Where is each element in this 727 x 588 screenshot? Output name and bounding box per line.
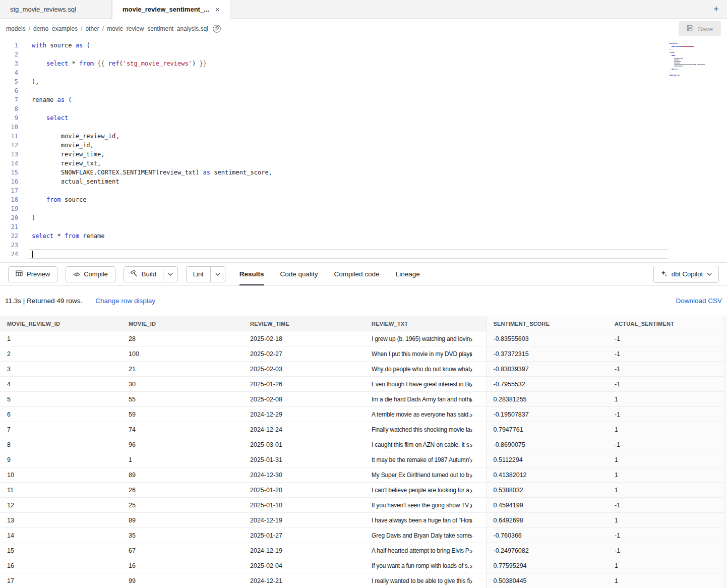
movie-review-id-cell: 3 (0, 362, 122, 377)
code-line[interactable]: 4 (0, 68, 727, 77)
code-line[interactable]: 5), (0, 77, 727, 86)
review-txt-value: I can't believe people are looking for a… (372, 487, 472, 494)
review-txt-cell: My Super Ex Girlfriend turned out to b…› (365, 467, 486, 483)
change-row-display-link[interactable]: Change row display (95, 297, 155, 305)
expand-cell-icon[interactable]: › (470, 546, 473, 555)
save-button[interactable]: Save (679, 21, 721, 36)
review-txt-value: Even though I have great interest in Bi… (372, 381, 472, 388)
review-time-cell: 2025-02-18 (243, 331, 365, 346)
code-line[interactable]: 1with source as ( (0, 41, 727, 50)
download-csv-link[interactable]: Download CSV (676, 297, 722, 305)
actual-sentiment-cell: -1 (608, 437, 727, 452)
code-line[interactable]: 16 actual_sentiment (0, 177, 727, 186)
tab-label: stg_movie_reviews.sql (10, 6, 76, 13)
code-line[interactable]: 14 review_txt, (0, 159, 727, 168)
code-line-text: with source as ( (18, 41, 727, 50)
code-line[interactable]: 21 (0, 222, 727, 231)
expand-cell-icon[interactable]: › (470, 516, 473, 524)
expand-cell-icon[interactable]: › (470, 561, 473, 570)
table-row: 17992024-12-21I really wanted to be able… (0, 573, 727, 588)
review-txt-cell: Greg Davis and Bryan Daly take some …› (365, 528, 486, 543)
expand-cell-icon[interactable]: › (470, 486, 473, 494)
tab-lineage[interactable]: Lineage (396, 263, 420, 285)
breadcrumb-separator: / (102, 25, 104, 32)
expand-cell-icon[interactable]: › (470, 455, 473, 464)
code-line[interactable]: 20) (0, 213, 727, 222)
tab-stg-movie-reviews[interactable]: stg_movie_reviews.sql (0, 0, 112, 18)
tab-compiled-code[interactable]: Compiled code (334, 263, 380, 285)
build-options-chevron-icon[interactable] (163, 267, 177, 282)
table-row: 5552025-02-08Im a die hard Dads Army fan… (0, 392, 727, 407)
code-line[interactable]: 22select * from rename (0, 231, 727, 241)
sentiment-score-cell: -0.37372315 (486, 346, 608, 362)
hammer-icon (131, 270, 138, 278)
review-txt-cell: If you haven't seen the gong show TV s…› (365, 498, 486, 513)
compile-button[interactable]: </> Compile (66, 266, 115, 282)
expand-cell-icon[interactable]: › (470, 440, 473, 449)
actual-sentiment-cell: 1 (608, 513, 727, 528)
expand-cell-icon[interactable]: › (470, 349, 473, 358)
tab-code-quality[interactable]: Code quality (280, 263, 318, 285)
breadcrumb-separator: / (29, 25, 30, 32)
code-line[interactable]: 9 select (0, 113, 727, 123)
code-lines[interactable]: 1with source as (23 select * from {{ ref… (0, 41, 727, 259)
close-tab-icon[interactable]: × (215, 5, 220, 14)
code-line[interactable]: 2 (0, 50, 727, 59)
code-editor[interactable]: 1with source as (23 select * from {{ ref… (0, 39, 727, 262)
tab-results[interactable]: Results (239, 263, 264, 285)
sentiment-score-cell: 0.50380445 (486, 573, 608, 588)
table-preview-icon (16, 270, 23, 278)
code-line[interactable]: 15 SNOWFLAKE.CORTEX.SENTIMENT(review_txt… (0, 168, 727, 177)
review-txt-value: Greg Davis and Bryan Daly take some … (372, 532, 472, 539)
code-line[interactable]: 12 movie_id, (0, 141, 727, 150)
code-line[interactable]: 11 movie_review_id, (0, 132, 727, 141)
code-line[interactable]: 17 (0, 186, 727, 195)
code-line[interactable]: 18 from source (0, 195, 727, 204)
build-button[interactable]: Build (124, 267, 163, 282)
code-brackets-icon: </> (73, 271, 80, 277)
preview-button[interactable]: Preview (8, 266, 57, 282)
code-line[interactable]: 10 (0, 123, 727, 132)
minimap[interactable] (670, 43, 706, 79)
lint-button[interactable]: Lint (187, 267, 211, 282)
actual-sentiment-cell: 1 (608, 573, 727, 588)
expand-cell-icon[interactable]: › (470, 380, 473, 388)
minimap-line (670, 46, 706, 47)
expand-cell-icon[interactable]: › (470, 576, 473, 585)
expand-cell-icon[interactable]: › (470, 334, 473, 343)
expand-cell-icon[interactable]: › (470, 531, 473, 540)
code-line[interactable]: 13 review_time, (0, 150, 727, 159)
tab-movie-review-sentiment-analysis[interactable]: movie_review_sentiment_... × (112, 0, 230, 19)
table-row: 912025-01-31It may be the remake of 1987… (0, 452, 727, 467)
code-line[interactable]: 19 (0, 204, 727, 213)
code-line-text (18, 50, 727, 59)
expand-cell-icon[interactable]: › (470, 365, 473, 373)
expand-cell-icon[interactable]: › (470, 425, 473, 434)
lint-options-chevron-icon[interactable] (211, 267, 225, 282)
code-line-text (18, 104, 727, 113)
code-line[interactable]: 6 (0, 86, 727, 95)
table-row: 1282025-02-18I grew up (b. 1965) watchin… (0, 331, 727, 346)
build-split-button: Build (124, 266, 178, 282)
expand-cell-icon[interactable]: › (470, 410, 473, 419)
code-line[interactable]: 24 (0, 250, 727, 259)
vertical-scrollbar[interactable] (724, 316, 727, 588)
table-row: 14352025-01-27Greg Davis and Bryan Daly … (0, 528, 727, 543)
review-txt-cell: If you want a fun romp with loads of s…› (365, 558, 486, 573)
copy-relation-name-icon[interactable] (212, 24, 221, 33)
movie-review-id-cell: 16 (0, 558, 122, 573)
new-tab-button[interactable]: + (705, 0, 727, 18)
code-line[interactable]: 23 (0, 241, 727, 250)
expand-cell-icon[interactable]: › (470, 395, 473, 403)
code-line[interactable]: 3 select * from {{ ref('stg_movie_review… (0, 59, 727, 68)
expand-cell-icon[interactable]: › (470, 501, 473, 509)
text-cursor (32, 251, 33, 258)
actual-sentiment-cell: 1 (608, 467, 727, 483)
line-number: 1 (0, 41, 18, 50)
code-line[interactable]: 8 (0, 104, 727, 113)
dbt-copilot-button[interactable]: dbt Copilot (653, 266, 719, 283)
movie-review-id-cell: 8 (0, 437, 122, 452)
expand-cell-icon[interactable]: › (470, 471, 473, 479)
code-line[interactable]: 7rename as ( (0, 95, 727, 104)
column-header-sentiment-score: SENTIMENT_SCORE (486, 316, 608, 331)
